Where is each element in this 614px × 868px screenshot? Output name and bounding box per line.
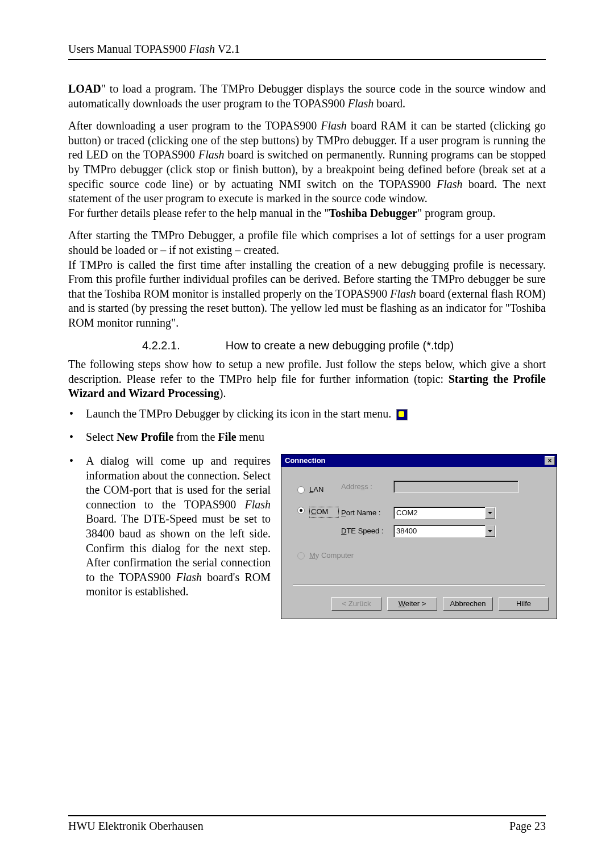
para-if-tmpro: If TMPro is called the first time after … bbox=[68, 258, 546, 331]
mycomputer-row: My Computer bbox=[297, 551, 541, 561]
lan-label: LAN bbox=[309, 485, 339, 495]
para-after-download: After downloading a user program to the … bbox=[68, 119, 546, 206]
para-after-starting: After starting the TMPro Debugger, a pro… bbox=[68, 228, 546, 257]
port-name-value: COM2 bbox=[394, 507, 485, 519]
bullet-list: Launch the TMPro Debugger by clicking it… bbox=[68, 407, 546, 619]
address-input bbox=[393, 481, 518, 493]
para-load: LOAD" to load a program. The TMPro Debug… bbox=[68, 82, 546, 111]
footer-right: Page 23 bbox=[509, 820, 546, 833]
chevron-down-icon[interactable] bbox=[485, 525, 495, 537]
com-radio[interactable] bbox=[297, 507, 305, 514]
footer-left: HWU Elektronik Oberhausen bbox=[68, 820, 204, 833]
bullet-dialog: A dialog will come up and requires infor… bbox=[68, 454, 546, 619]
dialog-title: Connection bbox=[285, 456, 326, 466]
com-row: COM Port Name : COM2 bbox=[297, 507, 541, 543]
bullet-new-profile: Select New Profile from the File menu bbox=[68, 430, 546, 445]
header-italic: Flash bbox=[189, 43, 215, 55]
chevron-down-icon[interactable] bbox=[485, 507, 495, 519]
section-number: 4.2.2.1. bbox=[142, 339, 180, 353]
address-label: Address : bbox=[341, 482, 393, 492]
para-further-details: For further details please refer to the … bbox=[68, 206, 546, 221]
section-heading: 4.2.2.1.How to create a new debugging pr… bbox=[142, 339, 546, 353]
help-button[interactable]: Hilfe bbox=[499, 597, 549, 611]
dialog-separator bbox=[293, 585, 545, 586]
page-header: Users Manual TOPAS900 Flash V2.1 bbox=[68, 43, 546, 60]
bullet-dialog-text: A dialog will come up and requires infor… bbox=[86, 454, 271, 619]
para-following-steps: The following steps show how to setup a … bbox=[68, 357, 546, 401]
cancel-button[interactable]: Abbrechen bbox=[443, 597, 493, 611]
close-icon[interactable]: × bbox=[545, 456, 555, 465]
mycomputer-radio bbox=[297, 552, 305, 560]
dte-speed-value: 38400 bbox=[394, 525, 485, 537]
back-button: < Zurück bbox=[331, 597, 381, 611]
page-footer: HWU Elektronik Oberhausen Page 23 bbox=[68, 815, 546, 833]
port-name-combo[interactable]: COM2 bbox=[393, 507, 496, 519]
bullet-launch: Launch the TMPro Debugger by clicking it… bbox=[68, 407, 546, 422]
debugger-icon bbox=[396, 409, 408, 420]
dte-speed-combo[interactable]: 38400 bbox=[393, 525, 496, 537]
dte-speed-label: DTE Speed : bbox=[341, 527, 393, 536]
port-name-label: Port Name : bbox=[341, 508, 393, 518]
next-button[interactable]: Weiter > bbox=[387, 597, 437, 611]
load-bold: LOAD bbox=[68, 82, 101, 95]
lan-row: LAN Address : bbox=[297, 481, 541, 499]
com-label: COM bbox=[309, 507, 339, 518]
connection-dialog: Connection × LAN Address : bbox=[281, 454, 557, 619]
dialog-titlebar: Connection × bbox=[281, 454, 557, 467]
body-content: LOAD" to load a program. The TMPro Debug… bbox=[68, 82, 546, 619]
header-suffix: V2.1 bbox=[215, 43, 240, 55]
lan-radio[interactable] bbox=[297, 486, 305, 494]
header-prefix: Users Manual TOPAS900 bbox=[68, 43, 189, 55]
dialog-button-row: < Zurück Weiter > Abbrechen Hilfe bbox=[281, 597, 557, 619]
section-title: How to create a new debugging profile (*… bbox=[226, 339, 454, 352]
mycomputer-label: My Computer bbox=[309, 551, 354, 561]
